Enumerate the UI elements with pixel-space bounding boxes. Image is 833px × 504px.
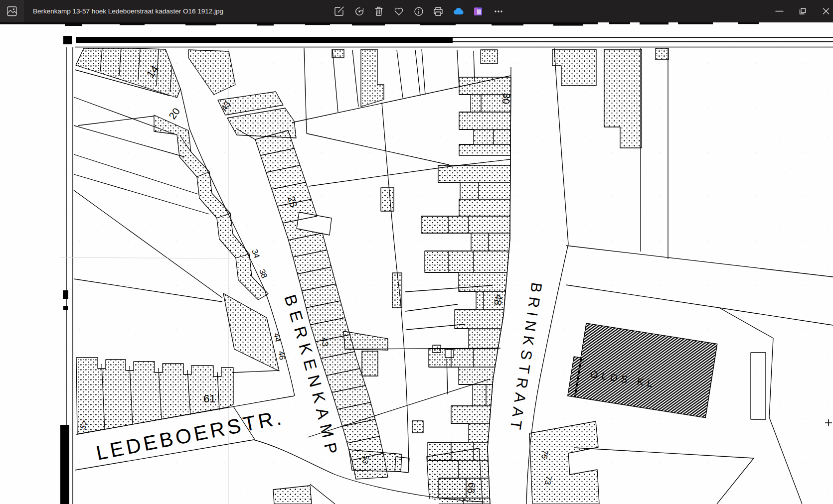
- svg-text:66: 66: [465, 482, 478, 495]
- svg-text:53: 53: [361, 455, 371, 464]
- svg-text:48: 48: [492, 294, 504, 306]
- svg-text:43: 43: [319, 336, 330, 347]
- svg-text:46: 46: [277, 350, 287, 361]
- svg-text:73: 73: [543, 475, 553, 486]
- svg-text:61: 61: [203, 392, 215, 405]
- svg-text:75: 75: [540, 449, 550, 460]
- svg-text:44: 44: [272, 332, 282, 343]
- svg-text:30: 30: [500, 93, 512, 105]
